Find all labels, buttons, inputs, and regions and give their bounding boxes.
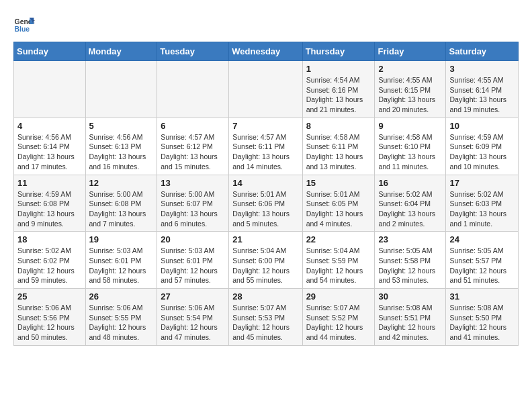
weekday-header-tuesday: Tuesday	[157, 42, 229, 61]
day-info: Sunrise: 5:06 AM Sunset: 5:55 PM Dayligh…	[89, 303, 154, 342]
calendar-cell: 20Sunrise: 5:03 AM Sunset: 6:01 PM Dayli…	[157, 232, 229, 289]
day-number: 6	[161, 121, 225, 131]
day-info: Sunrise: 5:01 AM Sunset: 6:05 PM Dayligh…	[306, 189, 371, 229]
day-info: Sunrise: 5:03 AM Sunset: 6:01 PM Dayligh…	[161, 246, 225, 285]
calendar-cell: 15Sunrise: 5:01 AM Sunset: 6:05 PM Dayli…	[302, 175, 375, 232]
day-info: Sunrise: 5:00 AM Sunset: 6:07 PM Dayligh…	[161, 189, 225, 229]
day-info: Sunrise: 5:00 AM Sunset: 6:08 PM Dayligh…	[89, 189, 154, 229]
day-number: 15	[306, 178, 371, 188]
calendar-cell: 1Sunrise: 4:54 AM Sunset: 6:16 PM Daylig…	[302, 61, 375, 118]
calendar-cell	[229, 61, 302, 118]
day-number: 13	[161, 178, 225, 188]
day-info: Sunrise: 4:57 AM Sunset: 6:11 PM Dayligh…	[232, 132, 298, 172]
day-number: 14	[232, 178, 298, 188]
day-number: 7	[232, 121, 298, 131]
day-number: 25	[17, 291, 82, 302]
logo-icon: General Blue	[13, 13, 35, 35]
weekday-header-thursday: Thursday	[302, 42, 375, 61]
day-info: Sunrise: 4:59 AM Sunset: 6:09 PM Dayligh…	[449, 132, 515, 172]
day-number: 16	[378, 178, 442, 188]
day-number: 26	[89, 291, 154, 302]
calendar-cell: 18Sunrise: 5:02 AM Sunset: 6:02 PM Dayli…	[14, 232, 86, 289]
page-header: General Blue	[13, 13, 519, 35]
day-info: Sunrise: 5:02 AM Sunset: 6:03 PM Dayligh…	[449, 189, 515, 229]
calendar-cell: 5Sunrise: 4:56 AM Sunset: 6:13 PM Daylig…	[85, 118, 157, 175]
weekday-header-saturday: Saturday	[446, 42, 519, 61]
day-info: Sunrise: 5:03 AM Sunset: 6:01 PM Dayligh…	[89, 246, 154, 285]
day-number: 2	[378, 64, 442, 74]
weekday-header-monday: Monday	[85, 42, 157, 61]
day-info: Sunrise: 4:56 AM Sunset: 6:13 PM Dayligh…	[89, 132, 154, 172]
day-number: 5	[89, 121, 154, 131]
day-info: Sunrise: 5:05 AM Sunset: 5:58 PM Dayligh…	[378, 246, 442, 285]
day-number: 10	[449, 121, 515, 131]
day-info: Sunrise: 4:55 AM Sunset: 6:14 PM Dayligh…	[449, 75, 515, 115]
calendar-week-2: 4Sunrise: 4:56 AM Sunset: 6:14 PM Daylig…	[14, 118, 519, 175]
day-info: Sunrise: 5:07 AM Sunset: 5:52 PM Dayligh…	[306, 303, 371, 342]
logo: General Blue	[13, 13, 38, 35]
calendar-cell: 3Sunrise: 4:55 AM Sunset: 6:14 PM Daylig…	[446, 61, 519, 118]
calendar-cell: 12Sunrise: 5:00 AM Sunset: 6:08 PM Dayli…	[85, 175, 157, 232]
calendar-cell: 23Sunrise: 5:05 AM Sunset: 5:58 PM Dayli…	[375, 232, 446, 289]
day-number: 11	[17, 178, 82, 188]
calendar-cell: 30Sunrise: 5:08 AM Sunset: 5:51 PM Dayli…	[375, 289, 446, 346]
calendar-cell: 2Sunrise: 4:55 AM Sunset: 6:15 PM Daylig…	[375, 61, 446, 118]
calendar-cell	[14, 61, 86, 118]
day-info: Sunrise: 5:04 AM Sunset: 6:00 PM Dayligh…	[232, 246, 298, 285]
day-info: Sunrise: 4:54 AM Sunset: 6:16 PM Dayligh…	[306, 75, 371, 115]
day-number: 19	[89, 234, 154, 244]
day-number: 20	[161, 234, 225, 244]
calendar-cell: 26Sunrise: 5:06 AM Sunset: 5:55 PM Dayli…	[85, 289, 157, 346]
day-info: Sunrise: 5:02 AM Sunset: 6:02 PM Dayligh…	[17, 246, 82, 285]
calendar-cell: 31Sunrise: 5:08 AM Sunset: 5:50 PM Dayli…	[446, 289, 519, 346]
weekday-header-wednesday: Wednesday	[229, 42, 302, 61]
calendar-cell: 22Sunrise: 5:04 AM Sunset: 5:59 PM Dayli…	[302, 232, 375, 289]
day-number: 18	[17, 234, 82, 244]
day-number: 31	[449, 291, 515, 302]
calendar-header: SundayMondayTuesdayWednesdayThursdayFrid…	[14, 42, 519, 61]
day-info: Sunrise: 4:56 AM Sunset: 6:14 PM Dayligh…	[17, 132, 82, 172]
calendar-cell: 10Sunrise: 4:59 AM Sunset: 6:09 PM Dayli…	[446, 118, 519, 175]
calendar-body: 1Sunrise: 4:54 AM Sunset: 6:16 PM Daylig…	[14, 61, 519, 346]
calendar-cell: 13Sunrise: 5:00 AM Sunset: 6:07 PM Dayli…	[157, 175, 229, 232]
day-number: 29	[306, 291, 371, 302]
day-number: 24	[449, 234, 515, 244]
day-info: Sunrise: 4:59 AM Sunset: 6:08 PM Dayligh…	[17, 189, 82, 229]
weekday-row: SundayMondayTuesdayWednesdayThursdayFrid…	[14, 42, 519, 61]
day-info: Sunrise: 5:05 AM Sunset: 5:57 PM Dayligh…	[449, 246, 515, 285]
weekday-header-sunday: Sunday	[14, 42, 86, 61]
day-number: 21	[232, 234, 298, 244]
calendar-cell: 17Sunrise: 5:02 AM Sunset: 6:03 PM Dayli…	[446, 175, 519, 232]
calendar-cell: 24Sunrise: 5:05 AM Sunset: 5:57 PM Dayli…	[446, 232, 519, 289]
calendar-cell: 19Sunrise: 5:03 AM Sunset: 6:01 PM Dayli…	[85, 232, 157, 289]
day-number: 30	[378, 291, 442, 302]
day-number: 4	[17, 121, 82, 131]
day-number: 8	[306, 121, 371, 131]
day-number: 17	[449, 178, 515, 188]
calendar-cell	[85, 61, 157, 118]
day-number: 28	[232, 291, 298, 302]
calendar-cell	[157, 61, 229, 118]
day-number: 12	[89, 178, 154, 188]
calendar-cell: 27Sunrise: 5:06 AM Sunset: 5:54 PM Dayli…	[157, 289, 229, 346]
calendar-week-3: 11Sunrise: 4:59 AM Sunset: 6:08 PM Dayli…	[14, 175, 519, 232]
calendar-cell: 14Sunrise: 5:01 AM Sunset: 6:06 PM Dayli…	[229, 175, 302, 232]
calendar-cell: 4Sunrise: 4:56 AM Sunset: 6:14 PM Daylig…	[14, 118, 86, 175]
day-info: Sunrise: 5:08 AM Sunset: 5:51 PM Dayligh…	[378, 303, 442, 342]
calendar-cell: 9Sunrise: 4:58 AM Sunset: 6:10 PM Daylig…	[375, 118, 446, 175]
day-info: Sunrise: 4:55 AM Sunset: 6:15 PM Dayligh…	[378, 75, 442, 115]
day-number: 23	[378, 234, 442, 244]
day-number: 3	[449, 64, 515, 74]
day-number: 27	[161, 291, 225, 302]
day-number: 22	[306, 234, 371, 244]
day-info: Sunrise: 5:07 AM Sunset: 5:53 PM Dayligh…	[232, 303, 298, 342]
calendar-cell: 11Sunrise: 4:59 AM Sunset: 6:08 PM Dayli…	[14, 175, 86, 232]
day-info: Sunrise: 5:06 AM Sunset: 5:56 PM Dayligh…	[17, 303, 82, 342]
calendar-cell: 25Sunrise: 5:06 AM Sunset: 5:56 PM Dayli…	[14, 289, 86, 346]
day-info: Sunrise: 4:58 AM Sunset: 6:10 PM Dayligh…	[378, 132, 442, 172]
calendar-week-5: 25Sunrise: 5:06 AM Sunset: 5:56 PM Dayli…	[14, 289, 519, 346]
calendar-cell: 7Sunrise: 4:57 AM Sunset: 6:11 PM Daylig…	[229, 118, 302, 175]
day-number: 1	[306, 64, 371, 74]
calendar-week-4: 18Sunrise: 5:02 AM Sunset: 6:02 PM Dayli…	[14, 232, 519, 289]
day-info: Sunrise: 5:01 AM Sunset: 6:06 PM Dayligh…	[232, 189, 298, 229]
